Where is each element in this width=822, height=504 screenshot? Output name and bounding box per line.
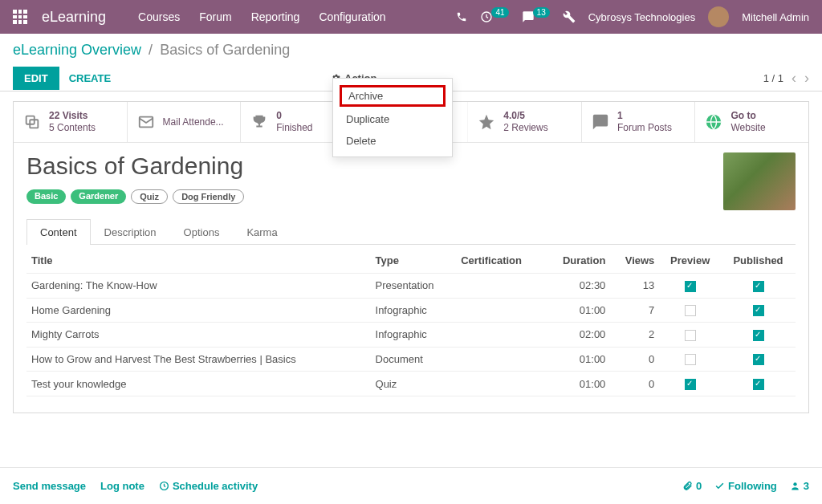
stat-forum-bottom: Forum Posts [617,122,672,134]
cell-title: How to Grow and Harvest The Best Strawbe… [26,347,371,372]
pager: 1 / 1 ‹ › [763,70,809,87]
phone-icon[interactable] [456,11,467,22]
tag-basic[interactable]: Basic [26,189,66,204]
username[interactable]: Mitchell Admin [742,11,809,23]
comment-icon [592,113,609,131]
tag-list: Basic Gardener Quiz Dog Friendly [26,189,796,204]
th-title[interactable]: Title [26,248,371,274]
cell-duration: 02:30 [544,274,610,299]
cell-cert [456,274,544,299]
log-note-button[interactable]: Log note [100,480,144,492]
menu-configuration[interactable]: Configuration [319,10,385,23]
schedule-activity-button[interactable]: Schedule activity [159,480,258,492]
following-label: Following [728,480,777,492]
tag-dog-friendly[interactable]: Dog Friendly [173,189,244,204]
course-image [723,152,796,210]
cell-type: Infographic [371,323,457,348]
th-type[interactable]: Type [371,248,457,274]
tools-icon[interactable] [563,10,576,23]
edit-button[interactable]: EDIT [13,67,59,90]
activities-count: 41 [491,7,508,18]
pager-text: 1 / 1 [763,72,783,84]
action-delete[interactable]: Delete [333,130,452,152]
menu-reporting[interactable]: Reporting [251,10,300,23]
cell-views: 7 [610,298,659,323]
stat-rating-top: 4.0/5 [503,110,547,122]
stat-website[interactable]: Go toWebsite [695,102,808,142]
cell-views: 0 [610,372,659,396]
stat-mail-attendees[interactable]: Mail Attende... [128,102,242,142]
star-icon [478,113,495,131]
cell-published[interactable] [721,323,796,348]
th-published[interactable]: Published [721,248,796,274]
action-dropdown-menu: Archive Duplicate Delete [332,78,453,157]
cell-cert [456,347,544,372]
table-row[interactable]: Mighty CarrotsInfographic02:002 [26,323,796,348]
attachments-count: 0 [696,480,702,492]
cell-title: Mighty Carrots [26,323,371,348]
cell-preview[interactable] [659,274,721,299]
th-duration[interactable]: Duration [544,248,610,274]
tab-options[interactable]: Options [170,219,234,245]
trophy-icon [250,113,268,131]
tab-description[interactable]: Description [91,219,170,245]
table-row[interactable]: Gardening: The Know-HowPresentation02:30… [26,274,796,299]
attachments-button[interactable]: 0 [682,480,702,492]
cell-published[interactable] [721,372,796,396]
create-button[interactable]: CREATE [69,72,111,84]
globe-icon [705,113,722,131]
cell-preview[interactable] [659,323,721,348]
cell-type: Document [371,347,457,372]
tag-gardener[interactable]: Gardener [71,189,126,204]
chatter-bar: Send message Log note Schedule activity … [0,467,822,504]
stat-rating[interactable]: 4.0/52 Reviews [468,102,582,142]
send-message-button[interactable]: Send message [13,480,86,492]
apps-icon[interactable] [13,10,27,24]
stat-forum[interactable]: 1Forum Posts [582,102,696,142]
breadcrumb-current: Basics of Gardening [160,42,290,58]
cell-type: Infographic [371,298,457,323]
messages-count: 13 [533,7,550,18]
action-duplicate[interactable]: Duplicate [333,108,452,130]
cell-preview[interactable] [659,347,721,372]
menu-courses[interactable]: Courses [138,10,180,23]
tag-quiz[interactable]: Quiz [131,189,168,204]
top-navbar: eLearning Courses Forum Reporting Config… [0,0,822,34]
paperclip-icon [682,481,693,491]
table-row[interactable]: How to Grow and Harvest The Best Strawbe… [26,347,796,372]
cell-views: 0 [610,347,659,372]
cell-type: Quiz [371,372,457,396]
menu-forum[interactable]: Forum [199,10,231,23]
table-row[interactable]: Test your knowledgeQuiz01:000 [26,372,796,396]
stat-visits[interactable]: 22 Visits5 Contents [14,102,128,142]
main-menu: Courses Forum Reporting Configuration [138,10,386,23]
followers-button[interactable]: 3 [790,480,809,492]
cell-preview[interactable] [659,372,721,396]
cell-preview[interactable] [659,298,721,323]
th-views[interactable]: Views [610,248,659,274]
avatar[interactable] [708,6,729,27]
stat-website-top: Go to [730,110,765,122]
th-cert[interactable]: Certification [456,248,544,274]
cell-published[interactable] [721,274,796,299]
breadcrumb-root[interactable]: eLearning Overview [13,42,141,58]
following-button[interactable]: Following [714,480,777,492]
tab-karma[interactable]: Karma [233,219,291,245]
stat-finished-bottom: Finished [276,122,312,134]
th-preview[interactable]: Preview [659,248,721,274]
followers-count: 3 [804,480,809,492]
messages-button[interactable]: 13 [522,10,550,23]
activities-button[interactable]: 41 [480,10,508,23]
cell-cert [456,323,544,348]
cell-published[interactable] [721,298,796,323]
clock-icon [159,481,169,491]
pager-next[interactable]: › [804,70,809,87]
company-name[interactable]: Cybrosys Technologies [588,11,695,23]
cell-title: Gardening: The Know-How [26,274,371,299]
cell-published[interactable] [721,347,796,372]
tab-content[interactable]: Content [26,219,91,245]
table-row[interactable]: Home GardeningInfographic01:007 [26,298,796,323]
breadcrumb: eLearning Overview / Basics of Gardening [13,42,809,59]
pager-prev[interactable]: ‹ [791,70,796,87]
action-archive[interactable]: Archive [340,85,446,107]
